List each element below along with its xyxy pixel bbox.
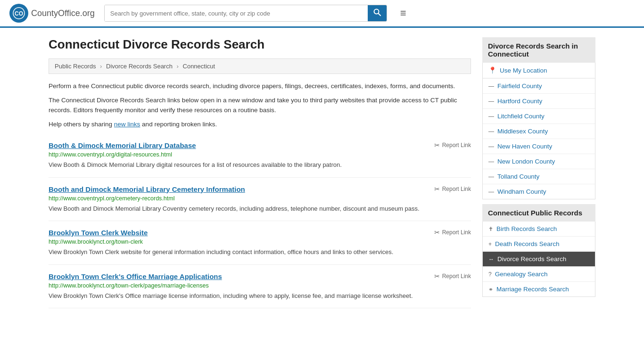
logo-icon: CO <box>9 4 28 23</box>
bullet-icon: — <box>488 158 494 165</box>
sidebar-divorce-title: Divorce Records Search in Connecticut <box>482 37 595 63</box>
bullet-icon: — <box>488 83 494 90</box>
bullet-icon: — <box>488 189 494 195</box>
list-item: —Litchfield County <box>483 109 595 124</box>
use-location-label: Use My Location <box>500 67 547 74</box>
result-url[interactable]: http://www.brooklynct.org/town-clerk/pag… <box>49 282 471 289</box>
site-logo[interactable]: CO CountyOffice.org <box>9 4 95 23</box>
breadcrumb-public-records[interactable]: Public Records <box>55 63 96 70</box>
genealogy-link[interactable]: ? Genealogy Search <box>483 267 595 281</box>
marriage-records-link[interactable]: ⚭ Marriage Records Search <box>483 282 595 296</box>
report-link-button[interactable]: ✂ Report Link <box>434 229 471 236</box>
bullet-icon: — <box>488 143 494 150</box>
result-title[interactable]: Brooklyn Town Clerk Website <box>49 229 148 237</box>
county-link[interactable]: —Fairfield County <box>483 79 595 93</box>
list-item: —New Haven County <box>483 139 595 154</box>
list-item: ✝ Birth Records Search <box>483 222 595 237</box>
result-desc: View Booth and Dimock Memorial Library C… <box>49 204 471 214</box>
list-item: —Windham County <box>483 184 595 199</box>
content-area: Connecticut Divorce Records Search Publi… <box>49 37 471 308</box>
report-link-button[interactable]: ✂ Report Link <box>434 185 471 193</box>
death-records-link[interactable]: + Death Records Search <box>483 237 595 251</box>
search-button[interactable] <box>368 5 387 21</box>
search-input[interactable] <box>105 5 368 21</box>
menu-button[interactable]: ≡ <box>396 5 410 21</box>
sidebar-public-records-section: Connecticut Public Records ✝ Birth Recor… <box>482 204 595 297</box>
new-links-link[interactable]: new links <box>114 121 140 128</box>
bullet-icon: — <box>488 113 494 120</box>
divorce-icon: ↔ <box>488 256 494 263</box>
list-item: ? Genealogy Search <box>483 267 595 282</box>
county-link[interactable]: —Litchfield County <box>483 109 595 123</box>
birth-icon: ✝ <box>488 226 493 232</box>
logo-text: CountyOffice.org <box>31 8 95 18</box>
desc-2: The Connecticut Divorce Records Search l… <box>49 96 471 115</box>
result-title[interactable]: Booth and Dimock Memorial Library Cemete… <box>49 185 245 193</box>
use-my-location[interactable]: 📍 Use My Location <box>483 63 595 78</box>
sidebar: Divorce Records Search in Connecticut 📍 … <box>482 37 595 308</box>
list-item: —Fairfield County <box>483 79 595 94</box>
county-link[interactable]: —Tolland County <box>483 169 595 184</box>
result-title[interactable]: Booth & Dimock Memorial Library Database <box>49 141 196 149</box>
list-item: + Death Records Search <box>483 237 595 252</box>
death-icon: + <box>488 241 492 247</box>
result-item: Brooklyn Town Clerk's Office Marriage Ap… <box>49 265 471 309</box>
page-title: Connecticut Divorce Records Search <box>49 37 471 52</box>
breadcrumb-divorce-records[interactable]: Divorce Records Search <box>106 63 173 70</box>
svg-line-3 <box>378 14 380 16</box>
county-link[interactable]: —Windham County <box>483 184 595 199</box>
result-url[interactable]: http://www.brooklynct.org/town-clerk <box>49 239 471 245</box>
search-bar <box>104 5 387 22</box>
county-link[interactable]: —New London County <box>483 154 595 169</box>
sidebar-divorce-section: Divorce Records Search in Connecticut 📍 … <box>482 37 595 199</box>
main-container: Connecticut Divorce Records Search Publi… <box>39 28 605 318</box>
public-records-list: ✝ Birth Records Search + Death Records S… <box>482 222 595 297</box>
list-item-active: ↔ Divorce Records Search <box>483 252 595 267</box>
result-item: Brooklyn Town Clerk Website ✂ Report Lin… <box>49 221 471 265</box>
list-item: —Middlesex County <box>483 124 595 139</box>
county-list: 📍 Use My Location —Fairfield County —Har… <box>482 63 595 199</box>
sidebar-public-records-title: Connecticut Public Records <box>482 204 595 222</box>
county-link[interactable]: —Hartford County <box>483 94 595 108</box>
result-title[interactable]: Brooklyn Town Clerk's Office Marriage Ap… <box>49 272 222 280</box>
county-link[interactable]: —Middlesex County <box>483 124 595 139</box>
report-link-button[interactable]: ✂ Report Link <box>434 141 471 149</box>
bullet-icon: — <box>488 98 494 105</box>
svg-text:CO: CO <box>15 10 23 17</box>
use-location-item: 📍 Use My Location <box>483 63 595 79</box>
breadcrumb-current: Connecticut <box>183 63 215 70</box>
marriage-icon: ⚭ <box>488 286 493 293</box>
birth-records-link[interactable]: ✝ Birth Records Search <box>483 222 595 236</box>
bullet-icon: — <box>488 173 494 180</box>
genealogy-icon: ? <box>488 271 492 278</box>
list-item: ⚭ Marriage Records Search <box>483 282 595 296</box>
desc-1: Perform a free Connecticut public divorc… <box>49 82 471 91</box>
desc-3: Help others by sharing new links and rep… <box>49 120 471 129</box>
bullet-icon: — <box>488 128 494 135</box>
result-desc: View Booth & Dimock Memorial Library dig… <box>49 160 471 170</box>
result-desc: View Brooklyn Town Clerk's Office marria… <box>49 291 471 301</box>
result-url[interactable]: http://www.coventrypl.org/digital-resour… <box>49 151 471 158</box>
list-item: —Hartford County <box>483 94 595 109</box>
list-item: —Tolland County <box>483 169 595 184</box>
breadcrumb: Public Records › Divorce Records Search … <box>49 58 471 74</box>
site-header: CO CountyOffice.org ≡ <box>0 0 644 28</box>
report-link-button[interactable]: ✂ Report Link <box>434 272 471 280</box>
county-link[interactable]: —New Haven County <box>483 139 595 154</box>
result-desc: View Brooklyn Town Clerk website for gen… <box>49 247 471 257</box>
list-item: —New London County <box>483 154 595 169</box>
result-item: Booth and Dimock Memorial Library Cemete… <box>49 178 471 222</box>
divorce-records-link[interactable]: ↔ Divorce Records Search <box>483 252 595 266</box>
location-icon: 📍 <box>488 66 496 74</box>
result-item: Booth & Dimock Memorial Library Database… <box>49 134 471 178</box>
result-url[interactable]: http://www.coventrypl.org/cemetery-recor… <box>49 195 471 202</box>
